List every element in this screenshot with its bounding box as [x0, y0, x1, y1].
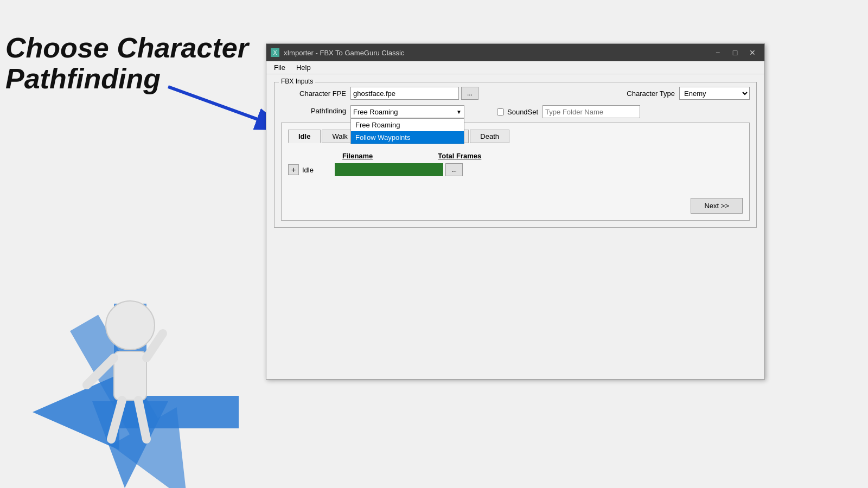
minimize-button[interactable]: − [710, 47, 725, 58]
title-bar: X xImporter - FBX To GameGuru Classic − … [266, 44, 764, 61]
next-button-area: Next >> [288, 198, 743, 214]
total-frames-header: Total Frames [438, 152, 481, 160]
restore-button[interactable]: □ [727, 47, 743, 58]
fbx-inputs-label: FBX Inputs [279, 78, 315, 85]
character-fpe-browse-button[interactable]: ... [461, 87, 478, 100]
svg-line-9 [111, 400, 122, 439]
character-type-select[interactable]: Enemy Player NPC [679, 87, 750, 100]
pathfinding-dropdown-list: Free Roaming Follow Waypoints [350, 118, 464, 144]
tab-death[interactable]: Death [470, 130, 509, 143]
window-title: xImporter - FBX To GameGuru Classic [284, 49, 710, 57]
svg-line-7 [87, 358, 114, 385]
top-row: Character FPE ... Character Type Enemy P… [281, 87, 750, 100]
menu-help[interactable]: Help [291, 62, 316, 73]
app-window: X xImporter - FBX To GameGuru Classic − … [266, 43, 765, 380]
fbx-inputs-group: FBX Inputs Character FPE ... Character T… [274, 82, 757, 228]
animation-file-bar [335, 163, 443, 176]
animation-header: Filename Total Frames [288, 152, 743, 160]
second-row: Pathfinding Free Roaming ▼ Free Roaming … [281, 105, 750, 118]
pathfinding-dropdown[interactable]: Free Roaming ▼ [350, 105, 464, 118]
svg-point-5 [106, 301, 155, 350]
pathfinding-label: Pathfinding [281, 105, 346, 115]
menu-file[interactable]: File [269, 62, 291, 73]
add-animation-button[interactable]: + [288, 164, 299, 175]
svg-line-10 [138, 400, 146, 439]
pathfinding-dropdown-wrapper: Free Roaming ▼ Free Roaming Follow Waypo… [350, 105, 464, 118]
pathfinding-option-follow-waypoints[interactable]: Follow Waypoints [351, 131, 464, 144]
pathfinding-dropdown-arrow: ▼ [456, 109, 462, 115]
background-panel: Choose Character Pathfinding [0, 0, 266, 488]
character-type-label: Character Type [627, 89, 675, 98]
app-icon: X [271, 48, 279, 57]
character-fpe-label: Character FPE [281, 89, 346, 98]
character-figure [76, 293, 184, 455]
soundset-row: SoundSet [497, 105, 640, 118]
soundset-label: SoundSet [507, 108, 538, 116]
close-button[interactable]: ✕ [745, 47, 760, 58]
tab-idle[interactable]: Idle [288, 130, 321, 143]
animation-row-label: Idle [302, 166, 335, 174]
pathfinding-option-free-roaming[interactable]: Free Roaming [351, 119, 464, 131]
character-type-row: Character Type Enemy Player NPC [627, 87, 750, 100]
window-controls: − □ ✕ [710, 47, 760, 58]
animation-row: + Idle ... [288, 163, 743, 176]
next-button[interactable]: Next >> [691, 198, 743, 214]
character-fpe-input[interactable] [350, 87, 459, 100]
pathfinding-row: Pathfinding Free Roaming ▼ Free Roaming … [281, 105, 464, 118]
animation-browse-button[interactable]: ... [445, 163, 463, 176]
filename-header: Filename [342, 152, 373, 160]
menu-bar: File Help [266, 61, 764, 74]
content-area: FBX Inputs Character FPE ... Character T… [266, 74, 764, 233]
pathfinding-selected-value: Free Roaming [353, 108, 398, 116]
svg-rect-6 [114, 351, 146, 400]
soundset-input[interactable] [542, 105, 640, 118]
character-fpe-row: Character FPE ... [281, 87, 478, 100]
soundset-checkbox[interactable] [497, 108, 504, 115]
character-type-wrapper: Enemy Player NPC [679, 87, 750, 100]
